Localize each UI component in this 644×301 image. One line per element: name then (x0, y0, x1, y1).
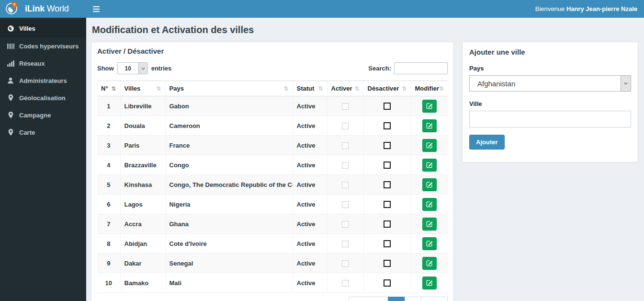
table-header-row: N° Villes Pays Statut Activer Désactiver… (97, 81, 448, 96)
column-header-activer[interactable]: Activer (327, 81, 363, 96)
activer-desactiver-panel: Activer / Désactiver Show 10 entries Sea… (91, 42, 454, 301)
modifier-button[interactable] (422, 178, 437, 191)
sidebar-item-codes-hyperviseurs[interactable]: Codes hyperviseurs (0, 37, 86, 55)
main-content: Modification et Activation des villes Ac… (86, 18, 644, 301)
welcome-user[interactable]: Bienvenue Hanry Jean-pierre Nzale (535, 5, 644, 12)
sort-icon (318, 85, 323, 92)
table-body: 1 Libreville Gabon Active 2 Douala Camer… (97, 96, 448, 293)
modifier-button[interactable] (422, 100, 437, 113)
sidebar-item-carte[interactable]: Carte (0, 124, 86, 141)
desactiver-checkbox[interactable] (384, 162, 391, 169)
column-header-num[interactable]: N° (97, 81, 120, 96)
modifier-button[interactable] (422, 257, 437, 270)
hamburger-menu-icon[interactable] (86, 0, 106, 18)
table-row: 4 Brazzaville Congo Active (97, 155, 448, 175)
globe-icon (7, 24, 14, 32)
sidebar-item-label: Villes (19, 25, 35, 32)
ajouter-ville-panel: Ajouter une ville Pays Afghanistan Ville… (462, 42, 638, 162)
map-marker-icon (7, 128, 14, 136)
bar-chart-icon (7, 59, 14, 67)
table-row: 1 Libreville Gabon Active (97, 96, 448, 116)
modifier-button[interactable] (422, 237, 437, 250)
desactiver-checkbox[interactable] (384, 240, 391, 247)
row-number: 8 (97, 234, 120, 254)
pagination-previous[interactable]: Previous (349, 297, 388, 301)
sidebar: Villes Codes hyperviseurs Réseaux Admini… (0, 18, 86, 301)
modifier-button[interactable] (422, 139, 437, 152)
top-navbar: Bienvenue Hanry Jean-pierre Nzale (86, 0, 644, 18)
pays-cell: Congo (165, 155, 293, 175)
ville-cell: Kinshasa (120, 175, 165, 195)
map-marker-icon (7, 111, 14, 119)
pagination-page-1[interactable]: 1 (388, 297, 405, 301)
map-marker-icon (7, 94, 14, 102)
sidebar-item-reseaux[interactable]: Réseaux (0, 55, 86, 72)
pays-selected-value: Afghanistan (470, 76, 621, 91)
panel-title: Ajouter une ville (469, 48, 631, 56)
pagination-page-2[interactable]: 2 (405, 297, 421, 301)
brand-title: iLink World (25, 4, 69, 14)
modifier-button[interactable] (422, 159, 437, 172)
table-row: 2 Douala Cameroon Active (97, 116, 448, 136)
pays-cell: Cote d'Ivoire (165, 234, 293, 254)
activer-checkbox (342, 182, 349, 188)
ville-cell: Bamako (120, 273, 165, 293)
sidebar-item-campagne[interactable]: Campagne (0, 106, 86, 124)
brand-header: S iLink World (0, 0, 86, 18)
activer-checkbox (342, 201, 349, 208)
column-header-pays[interactable]: Pays (165, 81, 293, 96)
desactiver-checkbox[interactable] (384, 279, 391, 287)
statut-cell: Active (293, 214, 327, 234)
statut-cell: Active (293, 116, 327, 136)
sidebar-item-label: Carte (19, 129, 35, 136)
column-header-villes[interactable]: Villes (120, 81, 165, 96)
desactiver-checkbox[interactable] (384, 260, 391, 267)
column-header-modifier[interactable]: Modifier (411, 81, 448, 96)
statut-cell: Active (293, 254, 327, 273)
row-number: 6 (97, 195, 120, 214)
table-row: 5 Kinshasa Congo, The Democratic Republi… (97, 175, 448, 195)
sidebar-item-label: Géolocalisation (19, 94, 66, 102)
user-icon (7, 77, 14, 84)
ville-cell: Paris (120, 136, 165, 155)
sidebar-item-villes[interactable]: Villes (0, 20, 86, 37)
row-number: 7 (97, 214, 120, 234)
statut-cell: Active (293, 234, 327, 254)
desactiver-checkbox[interactable] (384, 142, 391, 149)
statut-cell: Active (293, 273, 327, 293)
modifier-button[interactable] (422, 218, 437, 231)
column-header-statut[interactable]: Statut (293, 81, 327, 96)
statut-cell: Active (293, 195, 327, 214)
row-number: 9 (97, 254, 120, 273)
search-label: Search: (368, 65, 391, 72)
sidebar-item-geolocalisation[interactable]: Géolocalisation (0, 89, 86, 106)
page-length-select[interactable]: 10 (117, 62, 148, 74)
desactiver-checkbox[interactable] (384, 103, 391, 110)
desactiver-checkbox[interactable] (384, 122, 391, 129)
sidebar-item-label: Codes hyperviseurs (19, 43, 79, 50)
modifier-button[interactable] (422, 198, 437, 211)
statut-cell: Active (293, 175, 327, 195)
sidebar-item-administrateurs[interactable]: Administrateurs (0, 72, 86, 89)
desactiver-checkbox[interactable] (384, 201, 391, 208)
modifier-button[interactable] (422, 277, 437, 289)
ville-input[interactable] (469, 111, 631, 127)
desactiver-checkbox[interactable] (384, 181, 391, 188)
sort-icon (111, 85, 116, 92)
search-input[interactable] (394, 62, 448, 74)
pagination: Previous 1 2 Next (349, 297, 448, 301)
panel-title: Activer / Désactiver (97, 47, 448, 55)
column-header-desactiver[interactable]: Désactiver (363, 81, 411, 96)
statut-cell: Active (293, 155, 327, 175)
entries-label: entries (151, 65, 172, 72)
villes-table: N° Villes Pays Statut Activer Désactiver… (97, 81, 448, 293)
modifier-button[interactable] (422, 119, 437, 132)
pagination-next[interactable]: Next (421, 297, 448, 301)
ajouter-button[interactable]: Ajouter (469, 135, 505, 150)
pays-select[interactable]: Afghanistan (469, 75, 631, 92)
table-row: 9 Dakar Senegal Active (97, 254, 448, 273)
ville-cell: Brazzaville (120, 155, 165, 175)
desactiver-checkbox[interactable] (384, 220, 391, 228)
ville-cell: Libreville (120, 96, 165, 116)
activer-checkbox (342, 221, 349, 228)
